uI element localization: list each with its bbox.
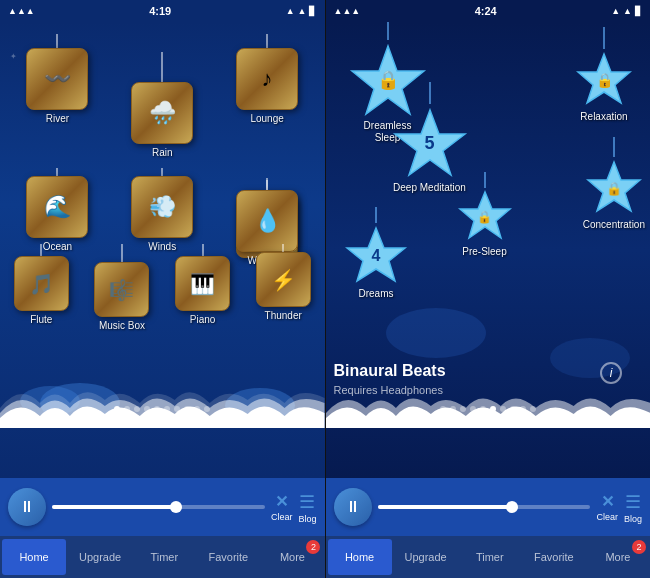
left-phone-panel: ▲▲▲ 4:19 ▲ ▲ ▊ ✦ ✦ ✦ ✦ 〰️ River [0, 0, 325, 578]
left-dots-indicator [0, 402, 325, 416]
left-right-icons: ▲ ▲ ▊ [286, 6, 317, 16]
left-tab-upgrade[interactable]: Upgrade [68, 536, 132, 578]
concentration-label: Concentration [583, 219, 645, 230]
star-dreams[interactable]: 4 Dreams [344, 207, 409, 299]
info-button[interactable]: i [600, 362, 622, 384]
tile-lounge[interactable]: ♪ Lounge [216, 30, 319, 162]
right-player-bar: ⏸ ✕ Clear ☰ Blog [326, 478, 651, 536]
right-dot-6 [490, 406, 496, 412]
left-tab-more[interactable]: More 2 [260, 536, 324, 578]
battery-icon: ▊ [309, 6, 316, 16]
right-tab-upgrade[interactable]: Upgrade [394, 536, 458, 578]
right-status-icons: ▲▲▲ [334, 6, 361, 16]
tile-piano[interactable]: 🎹 Piano [163, 240, 242, 335]
binaural-section: Binaural Beats Requires Headphones i [334, 362, 623, 398]
right-x-icon: ✕ [601, 492, 614, 511]
right-phone-panel: ▲▲▲ 4:24 ▲ ▲ ▊ 🔒 Dreamless Sleep [326, 0, 651, 578]
right-dot-4 [470, 406, 476, 412]
right-battery-icon: ▊ [635, 6, 642, 16]
tile-river-label: River [46, 113, 69, 124]
tile-river[interactable]: 〰️ River [6, 30, 109, 162]
right-dot-8 [510, 406, 516, 412]
left-progress-fill [52, 505, 180, 509]
relaxation-lock-icon: 🔒 [596, 72, 613, 88]
left-player-bar: ⏸ ✕ Clear ☰ Blog [0, 478, 325, 536]
left-nav-tabs: Home Upgrade Timer Favorite More 2 [0, 536, 325, 578]
right-clear-button[interactable]: ✕ Clear [596, 492, 618, 522]
left-clear-label: Clear [271, 512, 293, 522]
right-status-bar: ▲▲▲ 4:24 ▲ ▲ ▊ [326, 0, 651, 22]
pause-icon: ⏸ [19, 498, 35, 516]
tile-flute[interactable]: 🎵 Flute [2, 240, 81, 335]
left-blog-button[interactable]: ☰ Blog [298, 491, 316, 524]
right-signal-icon: ▲ [611, 6, 620, 16]
right-clear-label: Clear [596, 512, 618, 522]
star-concentration[interactable]: 🔒 Concentration [583, 137, 645, 230]
left-blog-icon: ☰ [299, 491, 315, 513]
right-right-icons: ▲ ▲ ▊ [611, 6, 642, 16]
left-tab-favorite[interactable]: Favorite [196, 536, 260, 578]
left-clear-button[interactable]: ✕ Clear [271, 492, 293, 522]
right-wifi-icon: ▲ [623, 6, 632, 16]
right-more-badge: 2 [632, 540, 646, 554]
right-tab-more[interactable]: More 2 [586, 536, 650, 578]
dot-3 [134, 406, 140, 412]
dreams-number: 4 [372, 247, 381, 265]
tile-thunder[interactable]: ⚡ Thunder [244, 240, 323, 335]
left-tab-timer[interactable]: Timer [132, 536, 196, 578]
right-dot-2 [450, 406, 456, 412]
dot-8 [184, 406, 190, 412]
tile-music-box[interactable]: 🎼 Music Box [83, 240, 162, 335]
relaxation-label: Relaxation [580, 111, 627, 122]
dot-5 [154, 406, 160, 412]
left-more-badge: 2 [306, 540, 320, 554]
dot-10 [204, 406, 210, 412]
deep-meditation-number: 5 [424, 133, 434, 154]
left-status-icons: ▲▲▲ [8, 6, 35, 16]
right-progress-thumb [506, 501, 518, 513]
concentration-lock-icon: 🔒 [606, 181, 622, 196]
right-dot-7 [500, 406, 506, 412]
right-dot-1 [440, 406, 446, 412]
tile-flute-label: Flute [30, 314, 52, 325]
right-dot-10 [530, 406, 536, 412]
right-time: 4:24 [475, 5, 497, 17]
dot-6 [164, 406, 170, 412]
tile-thunder-label: Thunder [265, 310, 302, 321]
left-time: 4:19 [149, 5, 171, 17]
left-blog-label: Blog [298, 514, 316, 524]
binaural-subtitle: Requires Headphones [334, 384, 443, 396]
wifi-icon: ▲ [298, 6, 307, 16]
left-progress-bar[interactable] [52, 505, 265, 509]
right-blog-button[interactable]: ☰ Blog [624, 491, 642, 524]
left-main-content: ✦ ✦ ✦ ✦ 〰️ River 🌧️ Rain [0, 22, 325, 478]
right-main-content: 🔒 Dreamless Sleep 🔒 Relaxation 5 [326, 22, 651, 478]
left-play-button[interactable]: ⏸ [8, 488, 46, 526]
tile-piano-label: Piano [190, 314, 216, 325]
right-dot-5 [480, 406, 486, 412]
left-x-icon: ✕ [275, 492, 288, 511]
right-tab-timer[interactable]: Timer [458, 536, 522, 578]
right-tab-favorite[interactable]: Favorite [522, 536, 586, 578]
right-tab-home[interactable]: Home [328, 539, 392, 575]
star-pre-sleep[interactable]: 🔒 Pre-Sleep [456, 172, 514, 257]
right-blog-icon: ☰ [625, 491, 641, 513]
binaural-title: Binaural Beats [334, 362, 446, 379]
right-nav-tabs: Home Upgrade Timer Favorite More 2 [326, 536, 651, 578]
dot-7 [174, 406, 180, 412]
pre-sleep-lock-icon: 🔒 [477, 210, 492, 224]
tile-lounge-label: Lounge [250, 113, 283, 124]
star-relaxation[interactable]: 🔒 Relaxation [573, 27, 635, 122]
left-status-bar: ▲▲▲ 4:19 ▲ ▲ ▊ [0, 0, 325, 22]
right-dot-3 [460, 406, 466, 412]
tile-music-box-label: Music Box [99, 320, 145, 331]
dot-1 [114, 406, 120, 412]
right-play-button[interactable]: ⏸ [334, 488, 372, 526]
right-pause-icon: ⏸ [345, 498, 361, 516]
left-tab-home[interactable]: Home [2, 539, 66, 575]
dreams-label: Dreams [358, 288, 393, 299]
right-dots-indicator [326, 402, 651, 416]
right-progress-bar[interactable] [378, 505, 591, 509]
tile-rain[interactable]: 🌧️ Rain [111, 48, 214, 162]
right-blog-label: Blog [624, 514, 642, 524]
